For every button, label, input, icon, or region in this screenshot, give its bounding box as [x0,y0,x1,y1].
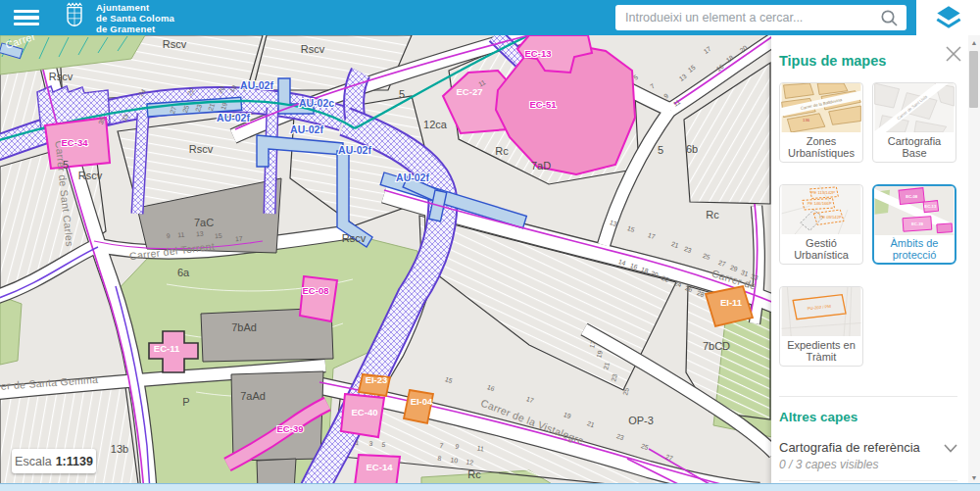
map-label: EC-40 [352,407,378,417]
map-label: AU-02f [217,112,250,123]
map-label: 17 [235,235,243,243]
map-type-card-gesti-urban-stica[interactable]: PE 113/142PPE 146/166PPE 09/142PGestió U… [779,184,863,265]
map-type-label: Cartografia Base [873,132,956,162]
map-label: Rscv [163,38,187,50]
map-label: EC-13 [525,48,552,59]
city-crest-logo [61,1,88,34]
svg-text:EC-39: EC-39 [911,221,924,226]
map-label: EC-34 [62,137,89,148]
map-label: Rc [706,209,719,221]
map-type-label: Zones Urbanístiques [780,132,862,162]
attribution-bar [0,483,980,491]
map-label: 11 [476,445,484,453]
search-bar [615,5,906,30]
map-type-card-zones-urban-stiques[interactable]: Carrer de la Balldovina 136Zones Urbanís… [779,82,863,163]
scale-indicator: Escala 1:1139 [12,449,96,473]
map-label: 13b [111,443,128,455]
map-label: 12ca [423,119,448,130]
map-label: Rscv [189,143,214,155]
map-type-thumbnail: PE 113/142PPE 146/166PPE 09/142P [780,185,862,234]
map-types-panel: Tipus de mapes Carrer de la Balldovina 1… [771,35,980,491]
map-label: EC-08 [303,285,329,296]
app-header: Ajuntament de Santa Coloma de Gramenet [0,0,916,35]
map-label: Rc [495,145,509,157]
map-label: 10 [450,457,459,465]
map-type-thumbnail: Carrer de la Balldovina 136 [780,83,862,132]
search-input[interactable] [615,11,880,25]
layer-group-row[interactable]: Cartografia de referència 0 / 3 capes vi… [779,440,957,471]
map-label: 6a [177,267,190,278]
map-label: 6b [686,143,698,155]
map-label: 5 [658,144,663,156]
layers-toolbar [916,0,980,35]
map-type-card-expedients-en-tr-mit[interactable]: PU-202 / PMExpedients en Tràmit [779,286,863,367]
scrollbar-down-icon[interactable]: ▼ [970,474,978,481]
layer-group-status: 0 / 3 capes visibles [779,458,920,471]
scale-prefix: Escala [15,455,52,468]
layers-icon[interactable] [935,5,962,30]
close-icon[interactable] [945,45,962,63]
panel-scrollbar[interactable]: ▲ ▼ [968,35,980,491]
map-label: EC-11 [154,343,180,354]
chevron-down-icon[interactable] [944,444,957,453]
scale-value: 1:1139 [56,455,93,468]
map-label: OP-3 [628,415,654,426]
map-label: Rscv [78,170,103,181]
map-label: EC-14 [367,462,394,472]
map-label: EC-51 [530,99,558,110]
map-type-thumbnail: EC-08EC-13EC-39 [874,186,955,235]
menu-button[interactable] [14,10,39,26]
map-label: EI-04 [411,396,433,407]
gis-viewer-app: RscvRscvRscvRscvRscvRscv12caRcRcRc7aD6b7… [0,0,980,491]
other-layers-section: Altres capes Cartografia de referència 0… [779,396,957,491]
svg-text:PE 146/166P: PE 146/166P [808,201,832,206]
org-name: Ajuntament de Santa Coloma de Gramenet [96,2,174,34]
map-type-label: Gestió Urbanística [780,234,862,264]
panel-title: Tipus de mapes [779,53,956,69]
map-type-label: Expedients en Tràmit [780,336,862,366]
map-label: Rc [467,468,481,480]
svg-text:EC-13: EC-13 [924,204,937,209]
map-label: AU-02f [338,144,371,156]
map-label: 13 [196,230,204,238]
map-label: P [182,396,189,408]
map-label: 11 [177,231,185,239]
map-label: EC-27 [457,86,483,97]
map-label: AU-02c [299,97,334,109]
map-type-label: Àmbits de protecció [874,235,955,263]
svg-text:PE 113/142P: PE 113/142P [811,190,836,195]
map-label: 7bAd [231,321,257,333]
map-label: AU-02f [396,172,429,183]
map-label: 7aC [194,217,214,228]
map-label: EI-11 [720,297,743,308]
map-type-grid: Carrer de la Balldovina 136Zones Urbanís… [779,82,957,367]
svg-text:136: 136 [803,118,810,123]
scrollbar-thumb[interactable] [969,51,978,108]
map-label: AU-02f [240,79,273,91]
map-label: 7aAd [240,390,266,402]
map-label: 7bCD [703,340,730,352]
map-type-card-cartografia-base[interactable]: Carrer de Sant LluísCartografia Base [872,82,956,163]
svg-text:EC-08: EC-08 [906,194,918,199]
map-type-thumbnail: PU-202 / PM [780,287,862,336]
map-label: 5 [399,88,405,100]
map-type-card--mbits-de-protecci-[interactable]: EC-08EC-13EC-39Àmbits de protecció [872,184,956,265]
search-icon[interactable] [880,9,899,27]
map-label: 12 [466,459,474,466]
map-label: Rscv [49,71,74,82]
scrollbar-up-icon[interactable]: ▲ [970,39,978,46]
map-label: Rscv [342,232,367,244]
layer-group-name: Cartografia de referència [779,440,920,455]
map-label: 15 [215,232,222,240]
map-label: EI-23 [366,374,388,385]
other-layers-title: Altres capes [779,410,957,424]
map-label: EC-39 [277,423,304,434]
map-label: Rscv [301,43,325,55]
map-type-thumbnail: Carrer de Sant Lluís [873,83,956,132]
map-label: AU-02f [290,123,323,135]
map-label: 7aD [531,160,551,172]
svg-text:PE 09/142P: PE 09/142P [819,215,842,220]
